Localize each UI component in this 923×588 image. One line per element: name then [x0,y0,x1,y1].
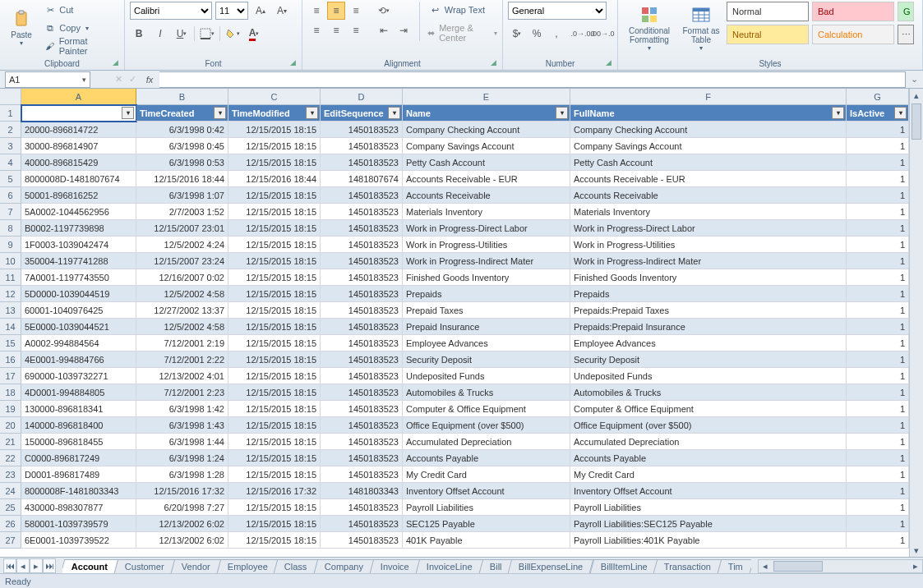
chevron-down-icon[interactable]: ▾ [82,76,86,84]
row-header[interactable]: 17 [0,368,21,384]
row-header[interactable]: 4 [0,154,21,171]
cell[interactable]: Payroll Liabilities:401K Payable [570,532,847,549]
cell[interactable]: Undeposited Funds [570,368,847,384]
cell[interactable]: 7/12/2001 2:19 [136,335,228,351]
cell[interactable]: Computer & Office Equipment [570,401,847,417]
row-header[interactable]: 20 [0,417,21,434]
clipboard-launcher[interactable]: ◢ [113,58,122,68]
cell[interactable]: Computer & Office Equipment [403,401,570,417]
cell[interactable]: 20000-896814722 [21,122,136,138]
increase-indent-button[interactable]: ⇥ [395,21,413,39]
cell[interactable]: 12/27/2002 13:37 [136,302,228,319]
shrink-font-button[interactable]: A▾ [273,2,291,20]
row-header[interactable]: 27 [0,532,21,549]
cell[interactable]: 12/15/2015 18:15 [228,319,321,335]
row-header[interactable]: 25 [0,499,21,516]
cell[interactable]: 1 [847,187,909,204]
decrease-decimal-button[interactable]: .00→.0 [593,25,611,43]
cell[interactable]: 12/15/2015 18:15 [228,532,321,549]
cell[interactable]: 1450183523 [321,187,403,204]
filter-dropdown-icon[interactable]: ▾ [556,107,568,119]
cell[interactable]: 12/15/2015 18:15 [228,187,321,204]
cell[interactable]: 1 [847,122,909,138]
cell[interactable]: 350004-1197741288 [21,253,136,269]
cut-button[interactable]: ✂Cut [41,2,119,18]
column-header-B[interactable]: B [136,89,228,105]
cell[interactable]: 1 [847,237,909,253]
cell[interactable]: 1450183523 [321,302,403,319]
cell[interactable]: 12/15/2016 18:44 [228,171,321,187]
cell[interactable]: 6/3/1998 1:28 [136,466,228,483]
cell[interactable]: Prepaids [570,286,847,302]
paste-button[interactable]: Paste ▾ [5,2,38,54]
cell[interactable]: 401K Payable [403,532,570,549]
cell[interactable]: Employee Advances [403,335,570,351]
style-neutral[interactable]: Neutral [727,25,809,44]
cell[interactable]: Finished Goods Inventory [570,269,847,286]
table-header-cell[interactable]: ListID▾ [21,105,136,122]
filter-dropdown-icon[interactable]: ▾ [894,107,907,119]
bold-button[interactable]: B [130,25,148,43]
row-header[interactable]: 19 [0,401,21,417]
row-header[interactable]: 1 [0,105,21,122]
cell[interactable]: 12/15/2015 18:15 [228,204,321,220]
name-box[interactable]: A1▾ [5,71,90,88]
cell[interactable]: 1450183523 [321,269,403,286]
cell[interactable]: 1 [847,516,909,532]
increase-decimal-button[interactable]: .0→.00 [574,25,592,43]
cell[interactable]: 5D0000-1039044519 [21,286,136,302]
cell[interactable]: Accounts Receivable - EUR [403,171,570,187]
cell[interactable]: 12/15/2015 18:15 [228,434,321,450]
cell[interactable]: 1 [847,351,909,368]
cell[interactable]: 1 [847,154,909,171]
cell[interactable]: Accumulated Depreciation [403,434,570,450]
cell[interactable]: 1 [847,319,909,335]
row-header[interactable]: 12 [0,286,21,302]
cell[interactable]: Automobiles & Trucks [570,384,847,401]
cell[interactable]: 1 [847,532,909,549]
cell[interactable]: 12/13/2002 4:01 [136,368,228,384]
vscroll-thumb[interactable] [911,103,921,140]
cell[interactable]: Security Deposit [403,351,570,368]
grow-font-button[interactable]: A▴ [252,2,270,20]
cell[interactable]: Company Savings Account [403,138,570,154]
number-format-select[interactable]: General [508,2,607,20]
orientation-button[interactable]: ⟲▾ [375,2,393,20]
filter-dropdown-icon[interactable]: ▾ [214,107,226,119]
cell[interactable]: 1450183523 [321,220,403,237]
font-launcher[interactable]: ◢ [290,58,300,68]
cell[interactable]: 1450183523 [321,286,403,302]
cell[interactable]: 12/15/2015 18:15 [228,269,321,286]
filter-dropdown-icon[interactable]: ▾ [388,107,400,119]
cell[interactable]: 6/3/1998 1:44 [136,434,228,450]
row-header[interactable]: 23 [0,466,21,483]
cell[interactable]: 12/15/2015 18:15 [228,237,321,253]
underline-button[interactable]: U▾ [173,25,191,43]
cell[interactable]: 6E0001-1039739522 [21,532,136,549]
cell[interactable]: 4D0001-994884805 [21,384,136,401]
number-launcher[interactable]: ◢ [606,58,616,68]
cell[interactable]: 12/15/2015 18:15 [228,335,321,351]
row-header[interactable]: 22 [0,450,21,466]
style-more[interactable]: ⋯ [898,25,914,44]
cell[interactable]: 1450183523 [321,237,403,253]
cell[interactable]: 8000008F-1481803343 [21,483,136,499]
select-all-corner[interactable] [0,89,21,105]
cell[interactable]: 12/15/2016 18:44 [136,171,228,187]
cell[interactable]: 1 [847,417,909,434]
cell[interactable]: Work in Progress-Indirect Mater [570,253,847,269]
align-left-button[interactable]: ≡ [307,21,325,39]
cell[interactable]: 1 [847,335,909,351]
cell[interactable]: Prepaids:Prepaid Insurance [570,319,847,335]
cell[interactable]: 12/15/2015 18:15 [228,138,321,154]
table-header-cell[interactable]: EditSequence▾ [321,105,403,122]
cell[interactable]: 1450183523 [321,499,403,516]
expand-formula-bar[interactable]: ⌄ [905,71,923,88]
cell[interactable]: 1450183523 [321,319,403,335]
cell[interactable]: 1 [847,204,909,220]
cell[interactable]: 12/5/2002 4:24 [136,237,228,253]
style-good[interactable]: G [898,2,914,21]
align-top-button[interactable]: ≡ [307,2,325,20]
cell[interactable]: Work in Progress-Utilities [403,237,570,253]
cell[interactable]: Inventory Offset Account [403,483,570,499]
